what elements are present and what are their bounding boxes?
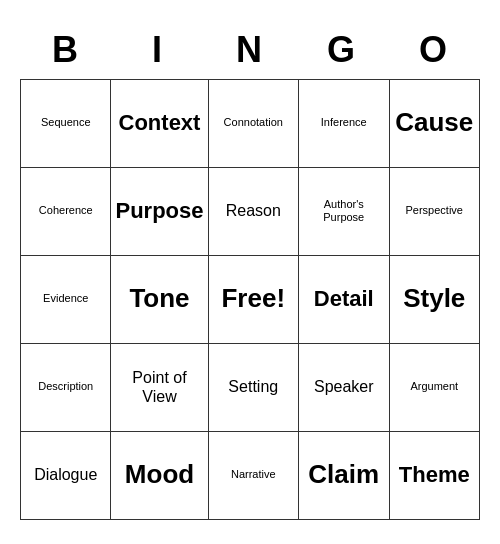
cell-text: Perspective [406, 204, 463, 217]
bingo-card: BINGO SequenceContextConnotationInferenc… [10, 15, 490, 530]
cell-text: Context [119, 110, 201, 136]
cell-text: Speaker [314, 377, 374, 396]
header-letter: B [20, 25, 112, 75]
cell-text: Style [403, 283, 465, 314]
cell-text: Coherence [39, 204, 93, 217]
cell-r0-c2[interactable]: Connotation [209, 80, 300, 168]
cell-r2-c3[interactable]: Detail [299, 256, 389, 344]
header-letter: O [388, 25, 480, 75]
cell-r3-c0[interactable]: Description [21, 344, 111, 432]
cell-text: Claim [308, 459, 379, 490]
cell-r0-c3[interactable]: Inference [299, 80, 389, 168]
cell-r3-c1[interactable]: Point of View [111, 344, 208, 432]
cell-r4-c1[interactable]: Mood [111, 432, 208, 520]
cell-text: Mood [125, 459, 194, 490]
cell-text: Connotation [224, 116, 283, 129]
cell-r2-c2[interactable]: Free! [209, 256, 300, 344]
cell-text: Evidence [43, 292, 88, 305]
cell-text: Tone [129, 283, 189, 314]
cell-r2-c4[interactable]: Style [390, 256, 481, 344]
cell-text: Argument [410, 380, 458, 393]
cell-text: Reason [226, 201, 281, 220]
cell-text: Detail [314, 286, 374, 312]
cell-r1-c3[interactable]: Author's Purpose [299, 168, 389, 256]
cell-r4-c3[interactable]: Claim [299, 432, 389, 520]
cell-text: Narrative [231, 468, 276, 481]
cell-r1-c0[interactable]: Coherence [21, 168, 111, 256]
cell-text: Setting [228, 377, 278, 396]
cell-text: Author's Purpose [303, 198, 384, 224]
cell-text: Description [38, 380, 93, 393]
cell-r0-c0[interactable]: Sequence [21, 80, 111, 168]
cell-r3-c3[interactable]: Speaker [299, 344, 389, 432]
cell-r0-c1[interactable]: Context [111, 80, 208, 168]
bingo-header: BINGO [20, 25, 480, 75]
cell-r4-c0[interactable]: Dialogue [21, 432, 111, 520]
cell-text: Sequence [41, 116, 91, 129]
cell-text: Point of View [115, 368, 203, 406]
cell-text: Theme [399, 462, 470, 488]
bingo-grid: SequenceContextConnotationInferenceCause… [20, 79, 480, 520]
cell-r3-c4[interactable]: Argument [390, 344, 481, 432]
cell-text: Cause [395, 107, 473, 138]
cell-r1-c4[interactable]: Perspective [390, 168, 481, 256]
cell-text: Purpose [115, 198, 203, 224]
cell-r4-c2[interactable]: Narrative [209, 432, 300, 520]
cell-r1-c2[interactable]: Reason [209, 168, 300, 256]
cell-r4-c4[interactable]: Theme [390, 432, 481, 520]
cell-r2-c0[interactable]: Evidence [21, 256, 111, 344]
cell-r2-c1[interactable]: Tone [111, 256, 208, 344]
header-letter: I [112, 25, 204, 75]
cell-r3-c2[interactable]: Setting [209, 344, 300, 432]
cell-text: Inference [321, 116, 367, 129]
header-letter: N [204, 25, 296, 75]
header-letter: G [296, 25, 388, 75]
cell-text: Dialogue [34, 465, 97, 484]
cell-text: Free! [221, 283, 285, 314]
cell-r1-c1[interactable]: Purpose [111, 168, 208, 256]
cell-r0-c4[interactable]: Cause [390, 80, 481, 168]
